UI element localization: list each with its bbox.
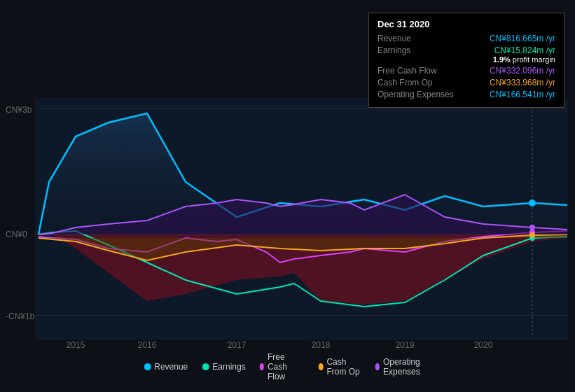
- x-label-2020: 2020: [474, 340, 493, 350]
- legend-item-opexp: Operating Expenses: [375, 357, 431, 377]
- legend-item-revenue: Revenue: [144, 362, 188, 372]
- tooltip-value-fcf: CN¥332.096m /yr: [490, 66, 555, 76]
- x-label-2016: 2016: [138, 340, 157, 350]
- tooltip-title: Dec 31 2020: [377, 19, 555, 29]
- opexp-dot: [529, 225, 535, 230]
- tooltip-label-fcf: Free Cash Flow: [377, 66, 437, 76]
- chart-legend: Revenue Earnings Free Cash Flow Cash Fro…: [144, 352, 431, 382]
- tooltip-value-opexp: CN¥166.541m /yr: [490, 90, 555, 99]
- tooltip-row-revenue: Revenue CN¥816.665m /yr: [377, 34, 555, 43]
- legend-label-revenue: Revenue: [154, 362, 188, 372]
- legend-label-cashfromop: Cash From Op: [326, 357, 361, 377]
- tooltip-label-earnings: Earnings: [377, 46, 410, 55]
- tooltip-label-revenue: Revenue: [377, 34, 411, 43]
- tooltip-row-cashfromop: Cash From Op CN¥333.968m /yr: [377, 78, 555, 88]
- tooltip-value-cashfromop: CN¥333.968m /yr: [490, 78, 555, 88]
- tooltip-box: Dec 31 2020 Revenue CN¥816.665m /yr Earn…: [368, 13, 564, 108]
- tooltip-label-cashfromop: Cash From Op: [377, 78, 433, 88]
- tooltip-value-revenue: CN¥816.665m /yr: [490, 34, 555, 43]
- x-label-2018: 2018: [312, 340, 331, 350]
- tooltip-profit-margin: 1.9% profit margin: [493, 55, 555, 64]
- legend-item-earnings: Earnings: [202, 362, 245, 372]
- tooltip-value-earnings: CN¥15.824m /yr: [493, 46, 555, 55]
- legend-dot-revenue: [144, 363, 151, 370]
- tooltip-row-fcf: Free Cash Flow CN¥332.096m /yr: [377, 66, 555, 76]
- chart-container: CN¥3b CN¥0 -CN¥1b 2015 2016 2017 2018 20…: [0, 0, 575, 392]
- y-label-3b: CN¥3b: [6, 105, 32, 115]
- legend-label-opexp: Operating Expenses: [383, 357, 431, 377]
- legend-label-earnings: Earnings: [212, 362, 245, 372]
- x-label-2019: 2019: [396, 340, 415, 350]
- x-label-2017: 2017: [228, 340, 247, 350]
- tooltip-row-opexp: Operating Expenses CN¥166.541m /yr: [377, 90, 555, 99]
- tooltip-row-earnings: Earnings CN¥15.824m /yr 1.9% profit marg…: [377, 46, 555, 64]
- legend-item-cashfromop: Cash From Op: [319, 357, 361, 377]
- revenue-dot: [529, 200, 536, 206]
- legend-dot-fcf: [260, 363, 264, 370]
- cashfromop-dot: [529, 232, 535, 238]
- legend-dot-earnings: [202, 363, 209, 370]
- x-label-2015: 2015: [67, 340, 85, 350]
- legend-label-fcf: Free Cash Flow: [268, 352, 305, 382]
- legend-dot-cashfromop: [319, 363, 323, 370]
- y-label-zero: CN¥0: [6, 230, 27, 239]
- y-label-neg1b: -CN¥1b: [6, 312, 34, 321]
- legend-dot-opexp: [375, 363, 380, 370]
- legend-item-fcf: Free Cash Flow: [260, 352, 305, 382]
- tooltip-label-opexp: Operating Expenses: [377, 90, 454, 99]
